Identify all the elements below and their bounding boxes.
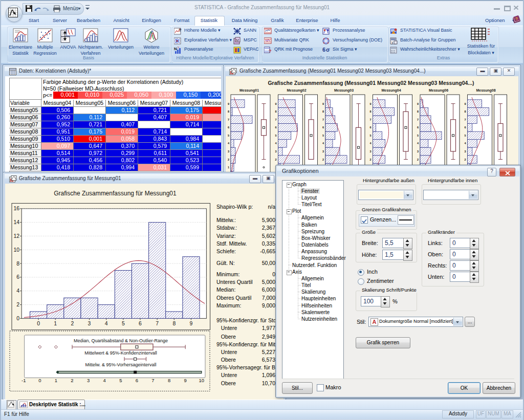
svg-text:Mittelwert & 95%-Konfidenzinte: Mittelwert & 95%-Konfidenzintervall xyxy=(84,350,157,356)
svg-text:5: 5 xyxy=(275,134,276,137)
svg-text:8: 8 xyxy=(16,260,19,267)
svg-text:14: 14 xyxy=(14,219,20,225)
svg-text:2: 2 xyxy=(71,378,73,383)
svg-text:16: 16 xyxy=(14,205,20,211)
svg-text:9: 9 xyxy=(369,102,371,105)
svg-text:8: 8 xyxy=(369,110,371,113)
svg-text:Messung01: Messung01 xyxy=(239,89,259,93)
svg-text:y: y xyxy=(391,40,394,45)
svg-text:Median, Quartilsabstand & Non-: Median, Quartilsabstand & Non-Outlier-Ra… xyxy=(74,338,168,343)
svg-text:6: 6 xyxy=(139,320,142,326)
svg-text:7: 7 xyxy=(275,118,276,121)
svg-text:2: 2 xyxy=(464,158,466,161)
svg-text:3: 3 xyxy=(464,150,466,153)
svg-text:2: 2 xyxy=(275,158,276,161)
svg-text:10: 10 xyxy=(199,378,205,383)
svg-text:4: 4 xyxy=(105,320,108,326)
svg-text:8: 8 xyxy=(275,110,276,113)
svg-text:1: 1 xyxy=(55,378,57,383)
svg-text:Messung08: Messung08 xyxy=(476,89,495,93)
svg-text:6: 6 xyxy=(369,126,371,129)
svg-text:5: 5 xyxy=(417,134,419,137)
svg-text:4: 4 xyxy=(16,288,19,294)
svg-text:M: M xyxy=(236,38,239,42)
svg-text:5: 5 xyxy=(119,378,122,383)
svg-text:4: 4 xyxy=(369,142,372,145)
svg-text:Messung06: Messung06 xyxy=(429,89,448,93)
svg-text:5: 5 xyxy=(369,134,371,137)
svg-text:2: 2 xyxy=(369,158,371,161)
svg-text:2: 2 xyxy=(228,158,229,161)
svg-text:3: 3 xyxy=(88,320,91,326)
svg-text:7: 7 xyxy=(417,118,419,121)
svg-text:0: 0 xyxy=(38,378,41,383)
svg-text:4: 4 xyxy=(417,142,419,145)
svg-text:6: 6 xyxy=(464,126,466,129)
svg-text:Grafische Zusammenfassung (Mes: Grafische Zusammenfassung (Messung01 Mes… xyxy=(268,80,474,86)
svg-text:5: 5 xyxy=(228,134,229,137)
svg-text:2: 2 xyxy=(417,158,419,161)
svg-text:4: 4 xyxy=(275,142,277,145)
svg-text:5: 5 xyxy=(122,320,125,326)
svg-text:6: 6 xyxy=(322,126,324,129)
svg-text:?: ? xyxy=(269,49,272,54)
svg-text:3: 3 xyxy=(275,150,276,153)
svg-text:4: 4 xyxy=(322,142,324,145)
svg-text:9: 9 xyxy=(464,102,466,105)
svg-text:2: 2 xyxy=(322,158,324,161)
svg-text:3: 3 xyxy=(87,378,90,383)
svg-text:9: 9 xyxy=(189,320,192,326)
svg-text:5: 5 xyxy=(464,134,466,137)
svg-text:10: 10 xyxy=(14,247,20,253)
svg-text:2: 2 xyxy=(16,301,19,307)
svg-text:7: 7 xyxy=(322,118,324,121)
svg-text:2: 2 xyxy=(71,320,74,326)
svg-text:6: 6 xyxy=(275,126,276,129)
svg-text:3: 3 xyxy=(369,150,371,153)
svg-text:?: ? xyxy=(177,46,179,50)
svg-text:7: 7 xyxy=(464,118,466,121)
svg-text:6: 6 xyxy=(136,378,138,383)
svg-text:9: 9 xyxy=(417,102,419,105)
svg-text:σ: σ xyxy=(326,47,330,53)
svg-text:5: 5 xyxy=(322,134,324,137)
svg-text:3: 3 xyxy=(228,150,229,153)
svg-text:7: 7 xyxy=(369,118,371,121)
svg-text:4: 4 xyxy=(103,378,106,383)
svg-text:9: 9 xyxy=(184,378,187,383)
svg-text:8: 8 xyxy=(228,110,229,113)
svg-text:Messung04: Messung04 xyxy=(381,89,401,93)
svg-text:1: 1 xyxy=(54,320,57,326)
svg-text:Messung02: Messung02 xyxy=(287,89,306,93)
svg-text:9: 9 xyxy=(275,102,276,105)
svg-text:-1: -1 xyxy=(21,378,26,383)
svg-text:Messung03: Messung03 xyxy=(334,89,354,93)
svg-text:8: 8 xyxy=(322,110,324,113)
svg-text:3: 3 xyxy=(322,150,324,153)
svg-text:1: 1 xyxy=(228,166,229,169)
svg-text:9: 9 xyxy=(322,102,324,105)
svg-text:4: 4 xyxy=(464,142,466,145)
svg-text:8: 8 xyxy=(417,110,419,113)
svg-text:6: 6 xyxy=(417,126,419,129)
svg-text:7: 7 xyxy=(228,118,229,121)
svg-text:0: 0 xyxy=(16,315,19,321)
svg-text:4: 4 xyxy=(228,142,230,145)
svg-text:0: 0 xyxy=(37,320,40,326)
svg-text:7: 7 xyxy=(151,378,154,383)
svg-text:?: ? xyxy=(179,28,182,33)
svg-text:6: 6 xyxy=(16,274,19,280)
svg-text:9: 9 xyxy=(228,102,229,105)
svg-text:Mittelw. & 95%-Vorhersageinter: Mittelw. & 95%-Vorhersageintervall xyxy=(85,362,156,367)
svg-text:6: 6 xyxy=(228,126,229,129)
svg-text:8: 8 xyxy=(172,320,176,326)
svg-text:3: 3 xyxy=(417,150,419,153)
svg-text:6: 6 xyxy=(322,47,325,53)
svg-text:8: 8 xyxy=(464,110,466,113)
svg-text:7: 7 xyxy=(156,320,159,326)
svg-text:8: 8 xyxy=(168,378,170,383)
svg-text:12: 12 xyxy=(14,233,20,239)
